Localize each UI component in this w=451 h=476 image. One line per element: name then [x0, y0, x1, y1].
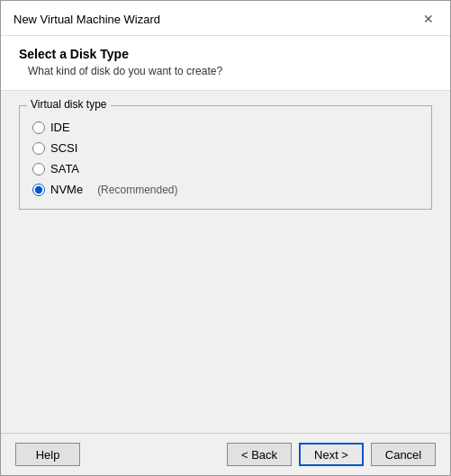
- footer-right: < Back Next > Cancel: [227, 443, 436, 466]
- header-title: Select a Disk Type: [19, 47, 432, 61]
- header-section: Select a Disk Type What kind of disk do …: [1, 36, 450, 91]
- help-button[interactable]: Help: [15, 443, 80, 466]
- header-subtitle: What kind of disk do you want to create?: [28, 65, 432, 77]
- dialog-title: New Virtual Machine Wizard: [14, 13, 160, 26]
- back-button[interactable]: < Back: [227, 443, 292, 466]
- footer: Help < Back Next > Cancel: [1, 433, 450, 475]
- radio-nvme[interactable]: [32, 184, 45, 196]
- title-bar: New Virtual Machine Wizard ✕: [1, 1, 450, 36]
- next-button[interactable]: Next >: [299, 443, 364, 466]
- radio-item-scsi[interactable]: SCSI: [32, 141, 419, 155]
- radio-label-nvme: NVMe: [50, 183, 83, 196]
- radio-item-sata[interactable]: SATA: [32, 162, 419, 175]
- radio-item-nvme[interactable]: NVMe (Recommended): [32, 183, 419, 196]
- recommended-tag: (Recommended): [97, 184, 177, 196]
- cancel-button[interactable]: Cancel: [371, 443, 436, 466]
- disk-type-group: Virtual disk type IDE SCSI SATA NVMe: [19, 105, 432, 210]
- radio-ide[interactable]: [32, 121, 45, 134]
- close-button[interactable]: ✕: [419, 10, 437, 28]
- group-legend: Virtual disk type: [27, 98, 111, 111]
- radio-label-scsi: SCSI: [50, 141, 77, 155]
- footer-left: Help: [15, 443, 80, 466]
- radio-scsi[interactable]: [32, 142, 45, 155]
- radio-label-ide: IDE: [50, 121, 70, 134]
- radio-group: IDE SCSI SATA NVMe (Recommended): [32, 121, 419, 196]
- radio-label-sata: SATA: [50, 162, 79, 175]
- radio-item-ide[interactable]: IDE: [32, 121, 419, 134]
- dialog-window: New Virtual Machine Wizard ✕ Select a Di…: [0, 0, 451, 476]
- content-area: Virtual disk type IDE SCSI SATA NVMe: [1, 91, 450, 433]
- radio-sata[interactable]: [32, 163, 45, 175]
